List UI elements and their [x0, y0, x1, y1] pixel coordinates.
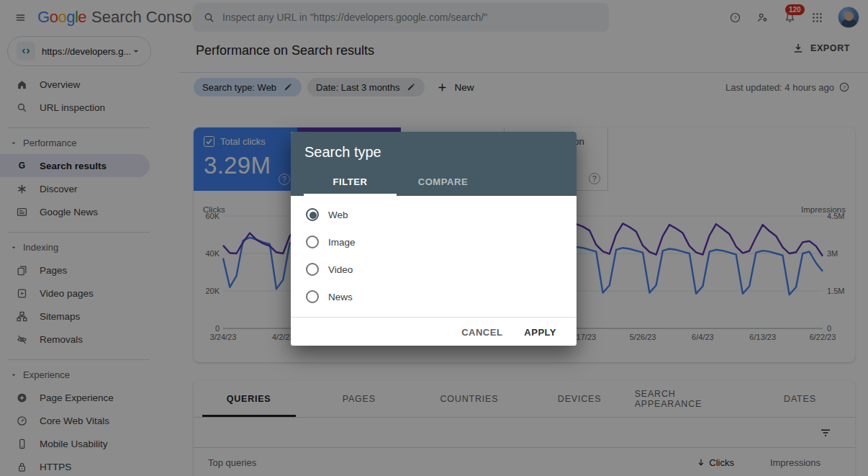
dialog-body: Web Image Video News — [291, 196, 577, 310]
app-window: Google Search Console ? 120 — [0, 0, 868, 476]
cancel-button[interactable]: CANCEL — [461, 327, 502, 338]
radio-option-news[interactable]: News — [291, 283, 577, 310]
dialog-header: Search type FILTER COMPARE — [291, 132, 577, 196]
radio-option-web[interactable]: Web — [291, 201, 577, 228]
tab-filter[interactable]: FILTER — [304, 170, 397, 196]
radio-unselected-icon — [306, 235, 319, 248]
radio-selected-icon — [306, 208, 319, 221]
dialog-footer: CANCEL APPLY — [291, 317, 577, 346]
search-type-dialog: Search type FILTER COMPARE Web Image Vid… — [291, 132, 577, 346]
apply-button[interactable]: APPLY — [524, 327, 556, 338]
radio-unselected-icon — [306, 290, 319, 303]
radio-unselected-icon — [306, 263, 319, 276]
radio-option-image[interactable]: Image — [291, 228, 577, 256]
tab-compare[interactable]: COMPARE — [397, 170, 489, 196]
dialog-tabs: FILTER COMPARE — [304, 170, 489, 196]
dialog-title: Search type — [291, 132, 577, 161]
radio-option-video[interactable]: Video — [291, 256, 577, 283]
